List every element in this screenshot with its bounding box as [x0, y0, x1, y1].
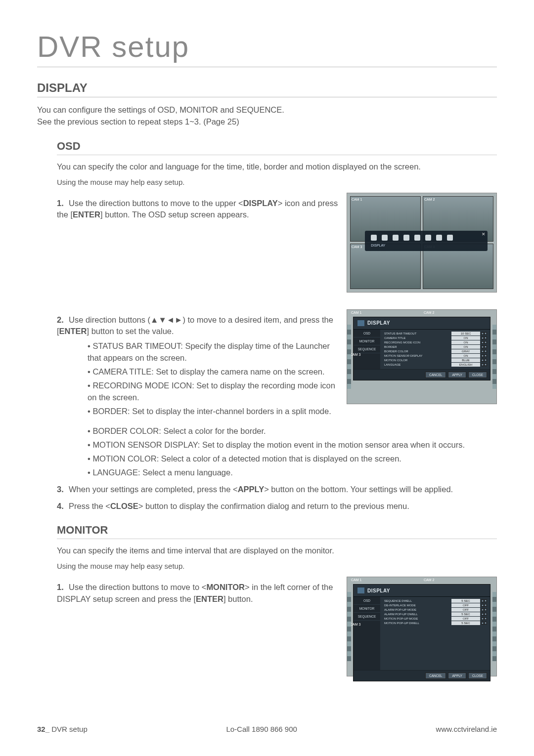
- page-footer: 32_ DVR setup Lo-Call 1890 866 900 www.c…: [37, 725, 497, 733]
- t: DISPLAY: [243, 199, 278, 208]
- launcher-icon[interactable]: [371, 235, 377, 241]
- launcher-icon[interactable]: [382, 235, 388, 241]
- settings-row: RECORDING MODE ICONON▴▾: [384, 340, 487, 344]
- spinner-down-icon[interactable]: ▾: [484, 359, 487, 362]
- osd-dialog: DISPLAY OSD MONITOR SEQUENCE STATUS BAR …: [353, 317, 490, 380]
- spinner-down-icon[interactable]: ▾: [484, 363, 487, 366]
- sidebar-monitor[interactable]: MONITOR: [354, 605, 380, 613]
- sidebar-sequence[interactable]: SEQUENCE: [354, 345, 380, 353]
- row-value[interactable]: 5 SEC: [451, 599, 480, 603]
- osd-heading: OSD: [57, 140, 497, 155]
- row-value[interactable]: OFF: [451, 603, 480, 607]
- spinner-down-icon[interactable]: ▾: [484, 617, 487, 620]
- spinner-down-icon[interactable]: ▾: [484, 332, 487, 335]
- osd-intro: You can specify the color and language f…: [57, 161, 497, 173]
- row-key: MOTION POP-UP MODE: [384, 617, 451, 620]
- row-value[interactable]: 5 SEC: [451, 621, 480, 625]
- row-key: CAMERA TITLE: [384, 336, 451, 339]
- step-num: 3.: [57, 484, 69, 496]
- apply-button[interactable]: APPLY: [448, 372, 466, 378]
- row-value[interactable]: ON: [451, 336, 480, 340]
- cam-label: CAM 2: [424, 578, 434, 582]
- apply-button[interactable]: APPLY: [448, 672, 466, 679]
- launcher-icon[interactable]: [403, 235, 409, 241]
- sidebar-osd[interactable]: OSD: [354, 330, 380, 337]
- cam-label: CAM 2: [424, 311, 434, 314]
- t: MONITOR: [206, 583, 245, 591]
- spinner-down-icon[interactable]: ▾: [484, 599, 487, 602]
- sidebar-osd[interactable]: OSD: [354, 597, 380, 605]
- edge-strip: [347, 325, 351, 389]
- settings-row: DE-INTERLACE MODEOFF▴▾: [384, 603, 487, 607]
- settings-row: BORDERON▴▾: [384, 345, 487, 349]
- cam-label: CAM 3: [350, 353, 360, 356]
- spinner-down-icon[interactable]: ▾: [484, 613, 487, 616]
- spinner-down-icon[interactable]: ▾: [484, 622, 487, 625]
- sidebar-monitor[interactable]: MONITOR: [354, 337, 380, 345]
- row-key: SEQUENCE DWELL: [384, 599, 451, 602]
- t: ] button to set the value.: [87, 327, 174, 336]
- launcher-icon[interactable]: [393, 235, 399, 241]
- edge-strip: [347, 592, 351, 661]
- spinner-down-icon[interactable]: ▾: [484, 336, 487, 339]
- row-value[interactable]: 5 SEC: [451, 612, 480, 616]
- bul: MOTION COLOR: Select a color of a detect…: [88, 453, 497, 465]
- close-button[interactable]: CLOSE: [468, 672, 487, 679]
- bul: CAMERA TITLE: Set to display the camera …: [88, 366, 340, 378]
- monitor-note: Using the mouse may help easy setup.: [57, 561, 497, 572]
- row-key: BORDER COLOR: [384, 350, 451, 353]
- t: Use the direction buttons to move to the…: [69, 199, 238, 208]
- row-value[interactable]: OFF: [451, 608, 480, 612]
- row-value[interactable]: ON: [451, 340, 480, 344]
- monitor-heading: MONITOR: [57, 524, 497, 539]
- launcher-icon[interactable]: [414, 235, 420, 241]
- close-icon[interactable]: ✕: [482, 232, 486, 237]
- row-key: ALARM POP-UP MODE: [384, 608, 451, 611]
- launcher-icon[interactable]: [425, 235, 431, 241]
- spinner-down-icon[interactable]: ▾: [484, 604, 487, 607]
- settings-row: LANGUAGEENGLISH▴▾: [384, 363, 487, 367]
- edge-strip: [492, 325, 496, 389]
- sidebar-sequence[interactable]: SEQUENCE: [354, 613, 380, 621]
- close-button[interactable]: CLOSE: [468, 372, 487, 378]
- settings-row: CAMERA TITLEON▴▾: [384, 336, 487, 340]
- cam-label: CAM 1: [351, 311, 361, 314]
- cam-label: CAM 3: [352, 245, 362, 249]
- spinner-down-icon[interactable]: ▾: [484, 608, 487, 611]
- screenshot-launcher: CAM 1 CAM 2 CAM 3 CAM 4 ✕ DISPLAY: [347, 193, 497, 293]
- launcher-bar: ✕ DISPLAY: [365, 231, 488, 251]
- row-value[interactable]: OFF: [451, 617, 480, 621]
- launcher-icon[interactable]: [436, 235, 442, 241]
- t: Press the <: [69, 502, 110, 510]
- row-key: DE-INTERLACE MODE: [384, 604, 451, 607]
- osd-step4: 4.Press the <CLOSE> button to display th…: [57, 501, 497, 512]
- cancel-button[interactable]: CANCEL: [425, 372, 446, 378]
- row-key: MOTION SENSOR DISPLAY: [384, 354, 451, 357]
- row-value[interactable]: ON: [451, 345, 480, 349]
- settings-row: ALARM POP-UP MODEOFF▴▾: [384, 608, 487, 612]
- edge-strip: [492, 592, 496, 661]
- spinner-down-icon[interactable]: ▾: [484, 350, 487, 353]
- monitor-dialog: DISPLAY OSD MONITOR SEQUENCE SEQUENCE DW…: [353, 584, 490, 681]
- step-num: 1.: [57, 198, 69, 210]
- launcher-icon[interactable]: [447, 235, 453, 241]
- row-value[interactable]: 10 SEC: [451, 332, 480, 336]
- t: ENTER: [59, 327, 87, 336]
- footer-url: www.cctvireland.ie: [436, 725, 497, 733]
- row-value[interactable]: ENGLISH: [451, 363, 480, 367]
- row-key: LANGUAGE: [384, 363, 451, 366]
- monitor-step1: 1.Use the direction buttons to move to <…: [57, 582, 340, 605]
- bul: BORDER COLOR: Select a color for the bor…: [88, 425, 497, 437]
- row-value[interactable]: BLUE: [451, 358, 480, 362]
- row-key: STATUS BAR TIMEOUT: [384, 332, 451, 335]
- row-value[interactable]: GRAY: [451, 349, 480, 353]
- cancel-button[interactable]: CANCEL: [425, 672, 446, 679]
- t: When your settings are completed, press …: [69, 485, 238, 494]
- display-icon: [357, 320, 364, 326]
- bul: STATUS BAR TIMEOUT: Specify the display …: [88, 340, 340, 364]
- footer-phone: Lo-Call 1890 866 900: [226, 725, 297, 733]
- spinner-down-icon[interactable]: ▾: [484, 354, 487, 357]
- spinner-down-icon[interactable]: ▾: [484, 345, 487, 348]
- row-value[interactable]: ON: [451, 354, 480, 358]
- spinner-down-icon[interactable]: ▾: [484, 341, 487, 344]
